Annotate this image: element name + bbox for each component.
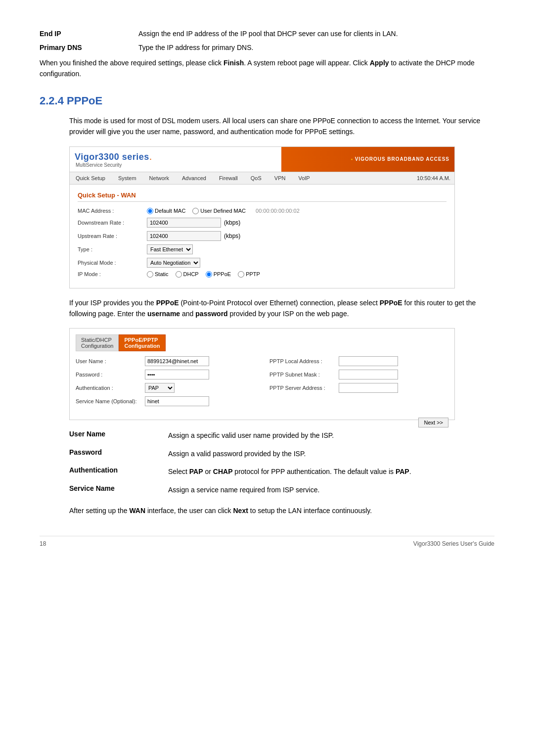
nav-qos[interactable]: QoS — [249, 174, 264, 182]
nav-network[interactable]: Network — [147, 174, 171, 182]
auth-label: Authentication : — [76, 385, 145, 391]
physical-mode-select[interactable]: Auto Negotiation — [147, 258, 200, 268]
tab-pppoe-pptp[interactable]: PPPoE/PPTPConfiguration — [119, 334, 165, 351]
downstream-label: Downstream Rate : — [78, 220, 147, 226]
def-auth: Authentication Select PAP or CHAP protoc… — [69, 466, 494, 477]
router-logo: Vigor3300 series. MultiService Security — [75, 151, 152, 168]
auth-select[interactable]: PAP CHAP — [145, 383, 175, 393]
physical-mode-label: Physical Mode : — [78, 260, 147, 266]
nav-system[interactable]: System — [116, 174, 138, 182]
ip-mode-label: IP Mode : — [78, 271, 147, 277]
primary-dns-label: Primary DNS — [40, 44, 138, 51]
router-nav: Quick Setup System Network Advanced Fire… — [70, 172, 454, 185]
router-ui-wan: Vigor3300 series. MultiService Security … — [69, 146, 455, 288]
static-radio-label[interactable]: Static — [147, 271, 169, 278]
upstream-unit: (kbps) — [224, 233, 240, 239]
section-title: PPPoE — [67, 94, 102, 107]
downstream-input[interactable] — [147, 218, 221, 228]
mac-address-row: MAC Address : Default MAC User Defined M… — [78, 208, 446, 214]
intro-paragraph: This mode is used for most of DSL modem … — [69, 115, 494, 138]
nav-voip[interactable]: VoIP — [296, 174, 312, 182]
mac-address-label: MAC Address : — [78, 208, 147, 214]
router-nav-time: 10:50:44 A.M. — [417, 175, 450, 181]
downstream-row: Downstream Rate : (kbps) — [78, 218, 446, 228]
router-header: Vigor3300 series. MultiService Security … — [70, 147, 454, 172]
dhcp-radio[interactable] — [176, 271, 182, 278]
pptp-server-label: PPTP Server Address : — [269, 385, 339, 391]
dhcp-radio-label[interactable]: DHCP — [176, 271, 199, 278]
page-number: 18 — [40, 540, 46, 547]
pppoe-left-fields: User Name : Password : Authentication : … — [76, 356, 255, 410]
config-tabs: Static/DHCPConfiguration PPPoE/PPTPConfi… — [76, 334, 448, 351]
primary-dns-row: Primary DNS Type the IP address for prim… — [40, 44, 494, 51]
service-name-field-row: Service Name (Optional): — [76, 396, 255, 406]
end-ip-row: End IP Assign the end IP address of the … — [40, 30, 494, 38]
username-label: User Name : — [76, 358, 145, 364]
type-select[interactable]: Fast Ethernet — [147, 244, 193, 254]
default-mac-radio-label[interactable]: Default MAC — [147, 208, 185, 214]
default-mac-radio[interactable] — [147, 208, 153, 214]
service-name-label: Service Name (Optional): — [76, 398, 145, 404]
pppoe-radio[interactable] — [206, 271, 212, 278]
type-label: Type : — [78, 246, 147, 252]
end-ip-desc: Assign the end IP address of the IP pool… — [138, 30, 494, 38]
section-heading: 2.2.4 PPPoE — [40, 94, 494, 107]
nav-vpn[interactable]: VPN — [272, 174, 288, 182]
pptp-server-input[interactable] — [339, 383, 398, 393]
type-value: Fast Ethernet — [147, 244, 193, 254]
primary-dns-desc: Type the IP address for primary DNS. — [138, 44, 494, 51]
def-service-name-desc: Assign a service name required from ISP … — [168, 484, 494, 495]
pptp-subnet-input[interactable] — [339, 370, 398, 379]
user-mac-radio[interactable] — [192, 208, 199, 214]
username-input[interactable] — [145, 356, 209, 366]
ip-mode-value: Static DHCP PPPoE PPTP — [147, 271, 264, 278]
pptp-local-input[interactable] — [339, 356, 398, 366]
router-tagline: ▪ VIGOROUS BROADBAND ACCESS — [351, 156, 449, 162]
def-service-name-term: Service Name — [69, 484, 168, 495]
downstream-unit: (kbps) — [224, 219, 240, 226]
physical-mode-row: Physical Mode : Auto Negotiation — [78, 258, 446, 268]
service-name-input[interactable] — [145, 396, 209, 406]
def-password-term: Password — [69, 448, 168, 459]
type-row: Type : Fast Ethernet — [78, 244, 446, 254]
pppoe-radio-label[interactable]: PPPoE — [206, 271, 231, 278]
def-password-desc: Assign a valid password provided by the … — [168, 448, 494, 459]
next-button[interactable]: Next >> — [418, 418, 448, 427]
nav-quick-setup[interactable]: Quick Setup — [74, 174, 107, 182]
pptp-server-row: PPTP Server Address : — [269, 383, 448, 393]
password-label: Password : — [76, 372, 145, 378]
def-username-term: User Name — [69, 430, 168, 441]
pptp-local-row: PPTP Local Address : — [269, 356, 448, 366]
router-logo-dot: . — [149, 151, 152, 162]
static-radio[interactable] — [147, 271, 153, 278]
password-input[interactable] — [145, 370, 209, 379]
router-logo-main: Vigor3300 series — [75, 152, 149, 162]
notice-text: When you finished the above required set… — [40, 57, 494, 80]
guide-title: Vigor3300 Series User's Guide — [413, 540, 494, 547]
mid-paragraph: If your ISP provides you the PPPoE (Poin… — [69, 297, 494, 320]
pptp-local-label: PPTP Local Address : — [269, 358, 339, 364]
pptp-subnet-label: PPTP Subnet Mask : — [269, 372, 339, 378]
upstream-label: Upstream Rate : — [78, 233, 147, 239]
nav-advanced[interactable]: Advanced — [180, 174, 208, 182]
pptp-radio[interactable] — [238, 271, 244, 278]
def-auth-term: Authentication — [69, 466, 168, 477]
pptp-radio-label[interactable]: PPTP — [238, 271, 260, 278]
router-content: Quick Setup - WAN MAC Address : Default … — [70, 185, 454, 288]
pppoe-right-fields: PPTP Local Address : PPTP Subnet Mask : … — [269, 356, 448, 410]
downstream-value: (kbps) — [147, 218, 240, 228]
nav-firewall[interactable]: Firewall — [217, 174, 240, 182]
mac-address-display: 00:00:00:00:00:02 — [256, 208, 300, 214]
user-mac-radio-label[interactable]: User Defined MAC — [192, 208, 246, 214]
router-logo-text: Vigor3300 series. — [75, 151, 152, 162]
ip-mode-row: IP Mode : Static DHCP PPPoE PPTP — [78, 271, 446, 278]
upstream-input[interactable] — [147, 231, 221, 241]
pppoe-form-content: User Name : Password : Authentication : … — [76, 356, 448, 410]
tab-static-dhcp[interactable]: Static/DHCPConfiguration — [76, 334, 119, 351]
password-field-row: Password : — [76, 370, 255, 379]
upstream-value: (kbps) — [147, 231, 240, 241]
def-username: User Name Assign a specific valid user n… — [69, 430, 494, 441]
definition-list: User Name Assign a specific valid user n… — [69, 430, 494, 495]
username-field-row: User Name : — [76, 356, 255, 366]
upstream-row: Upstream Rate : (kbps) — [78, 231, 446, 241]
